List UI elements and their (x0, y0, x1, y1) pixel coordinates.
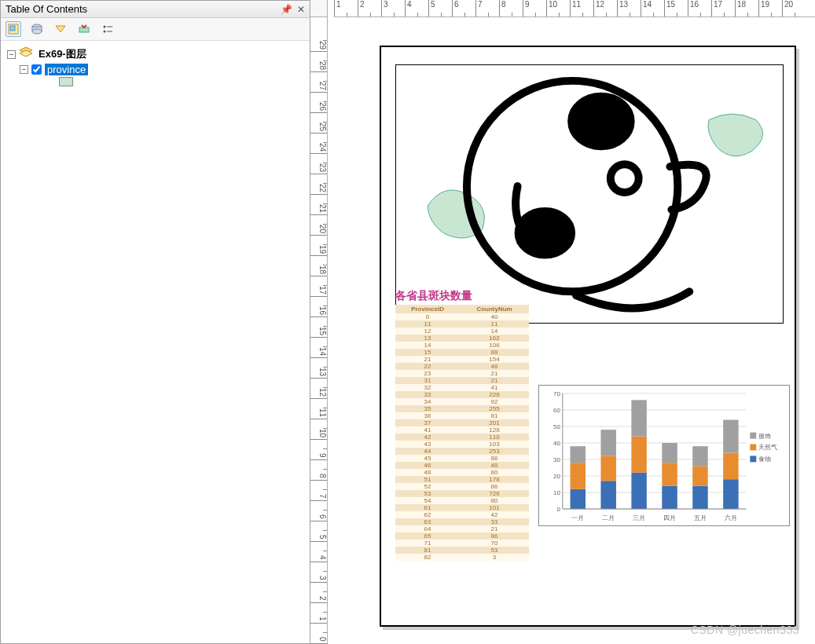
doodle-face-icon (467, 81, 707, 309)
table-row: 3681 (395, 412, 529, 419)
table-row: 1588 (395, 349, 529, 356)
table-title: 各省县斑块数量 (395, 289, 529, 303)
page-frame[interactable]: 各省县斑块数量 ProvinceID CountyNum 04011111214… (380, 46, 796, 627)
svg-rect-39 (631, 437, 646, 473)
svg-text:二月: 二月 (602, 514, 615, 521)
table-row: 4880 (395, 469, 529, 476)
table-row: 4586 (395, 455, 529, 462)
svg-text:四月: 四月 (663, 514, 676, 521)
bar-chart[interactable]: 010203040506070一月二月三月四月五月六月服饰天然气食物 (538, 385, 790, 526)
table-row: 33228 (395, 391, 529, 398)
tree-root-row[interactable]: − Ex69-图层 (7, 46, 303, 63)
layer-label[interactable]: province (45, 64, 88, 75)
horizontal-ruler: 1234567891011121314151617181920 (334, 0, 815, 17)
table-row: 823 (395, 554, 529, 561)
options-button[interactable] (100, 21, 116, 37)
tree-layer-row[interactable]: − province (20, 63, 303, 76)
col-header: CountyNum (460, 305, 529, 313)
svg-text:服饰: 服饰 (758, 433, 771, 440)
svg-text:10: 10 (553, 489, 560, 496)
svg-rect-40 (631, 400, 646, 436)
collapse-icon[interactable]: − (7, 50, 16, 59)
table-row: 42110 (395, 434, 529, 441)
toc-panel: Table Of Contents 📌 ✕ − Ex69-图层 − provin… (0, 0, 310, 644)
svg-rect-52 (723, 420, 738, 453)
table-row: 21154 (395, 356, 529, 363)
svg-rect-35 (600, 456, 615, 481)
tree-symbol-row[interactable] (59, 76, 303, 87)
svg-rect-46 (692, 486, 707, 509)
svg-text:60: 60 (553, 407, 560, 414)
table-row: 1111 (395, 320, 529, 327)
vertical-ruler: 0123456789101112131415161718192021222324… (310, 17, 328, 644)
layer-tree: − Ex69-图层 − province (1, 41, 310, 643)
svg-rect-1 (10, 26, 15, 31)
table-row: 35255 (395, 405, 529, 412)
layers-icon (19, 46, 33, 62)
pin-icon[interactable]: 📌 (281, 4, 292, 15)
svg-text:五月: 五月 (694, 514, 707, 521)
svg-text:天然气: 天然气 (758, 444, 777, 451)
table-row: 6586 (395, 532, 529, 540)
svg-text:一月: 一月 (571, 514, 584, 521)
svg-rect-48 (692, 446, 707, 466)
table-row: 6421 (395, 525, 529, 532)
list-by-drawing-order-button[interactable] (6, 21, 21, 37)
table-row: 61101 (395, 504, 529, 511)
data-table: ProvinceID CountyNum 0401111121413162141… (395, 305, 529, 561)
list-by-visibility-button[interactable] (53, 21, 68, 37)
table-row: 44253 (395, 448, 529, 455)
table-row: 37201 (395, 419, 529, 426)
svg-rect-50 (723, 479, 738, 509)
ruler-corner (310, 0, 328, 17)
layout-view: 1234567891011121314151617181920 01234567… (310, 0, 815, 644)
svg-rect-56 (750, 433, 756, 439)
svg-rect-42 (662, 486, 677, 509)
svg-text:三月: 三月 (633, 514, 645, 521)
map-data-frame[interactable] (395, 64, 784, 324)
svg-rect-38 (631, 473, 646, 509)
svg-rect-47 (692, 466, 707, 485)
svg-text:0: 0 (556, 506, 560, 513)
svg-rect-36 (600, 430, 615, 456)
root-label[interactable]: Ex69-图层 (36, 47, 89, 61)
table-row: 14106 (395, 342, 529, 349)
svg-rect-44 (662, 443, 677, 463)
table-row: 3121 (395, 377, 529, 384)
toc-toolbar (1, 18, 310, 41)
table-row: 13162 (395, 335, 529, 342)
svg-rect-31 (571, 463, 586, 489)
toc-header: Table Of Contents 📌 ✕ (1, 1, 310, 18)
svg-text:20: 20 (553, 473, 560, 480)
table-row: 3492 (395, 398, 529, 405)
table-row: 4648 (395, 462, 529, 469)
col-header: ProvinceID (395, 305, 460, 313)
table-row: 5286 (395, 483, 529, 490)
svg-rect-51 (723, 453, 738, 480)
layout-canvas[interactable]: 各省县斑块数量 ProvinceID CountyNum 04011111214… (328, 17, 815, 644)
list-by-selection-button[interactable] (76, 21, 92, 37)
attribute-table[interactable]: 各省县斑块数量 ProvinceID CountyNum 04011111214… (395, 289, 529, 561)
layer-swatch[interactable] (59, 77, 73, 86)
svg-rect-30 (571, 489, 586, 509)
svg-text:40: 40 (553, 440, 560, 447)
list-by-source-button[interactable] (29, 21, 45, 37)
svg-point-11 (571, 97, 631, 147)
svg-text:30: 30 (553, 456, 560, 463)
table-row: 5480 (395, 497, 529, 504)
table-row: 2248 (395, 363, 529, 370)
svg-text:食物: 食物 (758, 456, 771, 463)
collapse-icon[interactable]: − (20, 65, 28, 74)
close-icon[interactable]: ✕ (297, 4, 305, 15)
table-row: 41128 (395, 426, 529, 434)
table-row: 1214 (395, 327, 529, 335)
table-row: 6333 (395, 518, 529, 525)
layer-visibility-checkbox[interactable] (31, 64, 42, 75)
svg-text:70: 70 (553, 390, 560, 397)
svg-rect-32 (571, 446, 586, 463)
watermark: CSDN @juechen333 (691, 624, 799, 636)
table-row: 7170 (395, 540, 529, 547)
toc-title: Table Of Contents (6, 3, 87, 15)
table-row: 040 (395, 313, 529, 320)
svg-point-12 (611, 164, 639, 192)
